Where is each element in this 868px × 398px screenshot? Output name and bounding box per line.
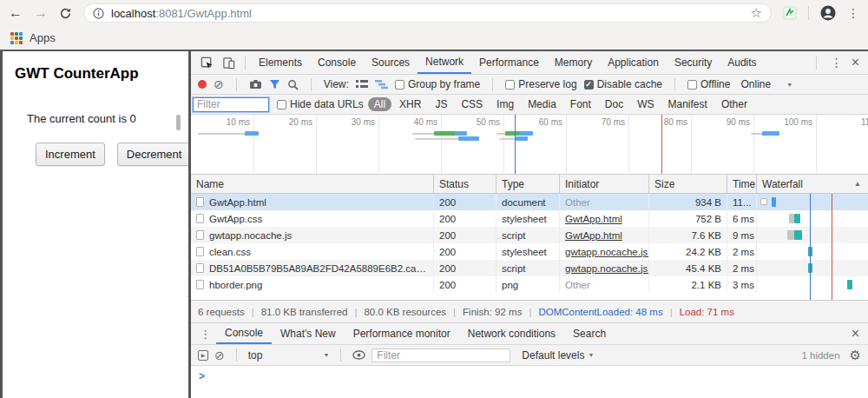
forward-icon[interactable]: → [34, 6, 48, 20]
type-filter-js[interactable]: JS [429, 97, 453, 111]
clear-icon[interactable]: ⊘ [214, 78, 224, 90]
devtools-tab-sources[interactable]: Sources [364, 51, 418, 74]
chevron-down-icon[interactable]: ▼ [786, 82, 792, 88]
devtools-tab-network[interactable]: Network [418, 51, 471, 74]
table-row[interactable]: DB51A0B5B79B5A89AB2FD42A5889E6B2.cache.j… [191, 260, 868, 276]
drawer-menu-icon[interactable]: ⋮ [194, 328, 216, 341]
hide-data-urls-option[interactable]: Hide data URLs [277, 98, 364, 110]
view-list-icon[interactable] [356, 79, 368, 90]
browser-menu-icon[interactable]: ⋮ [847, 6, 859, 20]
device-toolbar-icon[interactable] [222, 56, 235, 70]
page-scrollbar-thumb[interactable] [176, 115, 181, 130]
type-filter-media[interactable]: Media [522, 97, 562, 111]
info-icon[interactable] [93, 8, 104, 19]
profile-avatar-icon[interactable] [820, 5, 836, 21]
decrement-button[interactable]: Decrement [117, 143, 192, 166]
offline-checkbox[interactable] [687, 80, 697, 90]
preserve-log-checkbox[interactable] [505, 80, 515, 90]
drawer-tab-search[interactable]: Search [564, 323, 615, 344]
apps-grid-icon[interactable] [10, 32, 23, 44]
filter-funnel-icon[interactable] [269, 79, 280, 90]
sort-ascending-icon[interactable]: ▲ [854, 180, 861, 188]
drawer-tab-console[interactable]: Console [216, 323, 272, 344]
devtools-tab-security[interactable]: Security [667, 51, 720, 74]
request-initiator[interactable]: gwtapp.nocache.js:10 [565, 263, 649, 274]
col-header-type[interactable]: Type [496, 175, 560, 193]
type-filter-xhr[interactable]: XHR [393, 97, 427, 111]
preserve-log-option[interactable]: Preserve log [505, 78, 576, 90]
request-name-cell[interactable]: GwtApp.css [191, 210, 434, 227]
offline-option[interactable]: Offline [687, 78, 730, 90]
col-header-initiator[interactable]: Initiator [560, 175, 649, 193]
console-filter-input[interactable] [372, 348, 510, 362]
screenshot-camera-icon[interactable] [249, 79, 262, 90]
drawer-tab-performance-monitor[interactable]: Performance monitor [345, 323, 459, 344]
devtools-close-icon[interactable]: × [852, 55, 859, 70]
url-text[interactable]: localhost:8081/GwtApp.html [111, 7, 744, 20]
table-row[interactable]: clean.css200stylesheetgwtapp.nocache.js:… [191, 243, 868, 260]
type-filter-manifest[interactable]: Manifest [662, 97, 713, 111]
col-header-waterfall[interactable]: Waterfall ▲ [757, 175, 868, 193]
request-name-cell[interactable]: DB51A0B5B79B5A89AB2FD42A5889E6B2.cache.j… [191, 260, 434, 276]
drawer-close-icon[interactable]: × [852, 326, 859, 341]
hide-data-urls-checkbox[interactable] [277, 100, 286, 109]
request-name-cell[interactable]: clean.css [191, 243, 434, 260]
console-output[interactable]: > [191, 366, 868, 398]
disable-cache-option[interactable]: Disable cache [584, 78, 662, 90]
col-header-size[interactable]: Size [649, 175, 727, 193]
bookmark-star-icon[interactable]: ☆ [751, 5, 762, 21]
record-icon[interactable] [198, 80, 207, 89]
drawer-tab-network-conditions[interactable]: Network conditions [459, 323, 564, 344]
group-by-frame-option[interactable]: Group by frame [395, 78, 480, 90]
request-name-cell[interactable]: GwtApp.html [191, 194, 434, 210]
address-bar[interactable]: localhost:8081/GwtApp.html ☆ [83, 3, 772, 23]
col-header-name[interactable]: Name [191, 175, 434, 193]
type-filter-doc[interactable]: Doc [599, 97, 629, 111]
type-filter-all[interactable]: All [368, 97, 391, 111]
disable-cache-checkbox[interactable] [584, 80, 594, 90]
extension-icon[interactable] [783, 6, 797, 20]
console-clear-icon[interactable]: ⊘ [214, 349, 225, 362]
devtools-tab-application[interactable]: Application [600, 51, 667, 74]
devtools-tab-performance[interactable]: Performance [471, 51, 547, 74]
col-header-time[interactable]: Time [727, 175, 757, 193]
devtools-tab-memory[interactable]: Memory [547, 51, 600, 74]
request-initiator[interactable]: gwtapp.nocache.js:23 [565, 247, 649, 257]
request-initiator[interactable]: GwtApp.html [565, 230, 622, 241]
devtools-tab-elements[interactable]: Elements [251, 51, 310, 74]
devtools-tab-audits[interactable]: Audits [720, 51, 764, 74]
table-row[interactable]: GwtApp.css200stylesheetGwtApp.html752 B6… [191, 210, 868, 227]
col-header-status[interactable]: Status [434, 175, 496, 193]
view-waterfall-icon[interactable] [375, 79, 388, 90]
table-row[interactable]: gwtapp.nocache.js200scriptGwtApp.html7.6… [191, 227, 868, 243]
network-overview-timeline[interactable]: 10 ms20 ms30 ms40 ms50 ms60 ms70 ms80 ms… [191, 115, 868, 175]
devtools-tab-console[interactable]: Console [310, 51, 364, 74]
type-filter-other[interactable]: Other [715, 97, 753, 111]
request-initiator[interactable]: GwtApp.html [565, 214, 622, 224]
console-sidebar-icon[interactable]: ▶ [198, 350, 208, 361]
inspect-element-icon[interactable] [201, 56, 214, 70]
type-filter-ws[interactable]: WS [631, 97, 660, 111]
apps-bookmark-label[interactable]: Apps [30, 31, 56, 44]
type-filter-css[interactable]: CSS [455, 97, 489, 111]
throttling-select[interactable]: Online [740, 78, 771, 90]
execution-context-select[interactable]: top ▼ [248, 349, 330, 362]
network-filter-input[interactable] [193, 97, 269, 112]
type-filter-img[interactable]: Img [490, 97, 520, 111]
reload-icon[interactable] [59, 7, 72, 20]
drawer-tab-what-s-new[interactable]: What's New [272, 323, 345, 344]
search-icon[interactable] [287, 79, 299, 90]
type-filter-font[interactable]: Font [564, 97, 597, 111]
log-levels-select[interactable]: Default levels ▼ [522, 349, 594, 362]
request-name-cell[interactable]: hborder.png [191, 276, 434, 293]
group-by-frame-checkbox[interactable] [395, 80, 404, 90]
devtools-menu-icon[interactable]: ⋮ [831, 56, 843, 70]
gear-icon[interactable]: ⚙ [850, 348, 861, 363]
eye-icon[interactable] [352, 350, 365, 360]
increment-button[interactable]: Increment [36, 143, 105, 166]
table-row[interactable]: GwtApp.html200documentOther934 B11... [191, 194, 868, 210]
back-icon[interactable]: ← [9, 6, 23, 20]
request-name-cell[interactable]: gwtapp.nocache.js [191, 227, 434, 243]
table-row[interactable]: hborder.png200pngOther2.1 KB3 ms [191, 276, 868, 293]
hidden-messages-count[interactable]: 1 hidden [801, 350, 839, 361]
